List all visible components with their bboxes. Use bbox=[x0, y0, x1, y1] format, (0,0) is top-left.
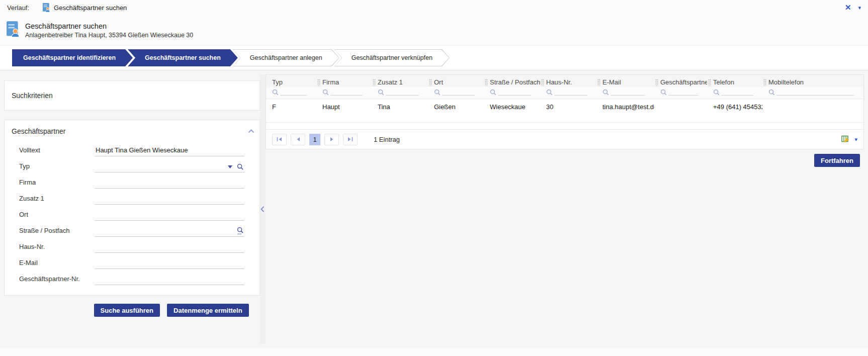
geschaeftspartner-nr-input[interactable] bbox=[95, 273, 244, 285]
field-label: Haus-Nr. bbox=[19, 243, 95, 253]
page-title: Geschäftspartner suchen bbox=[25, 22, 193, 30]
previous-page-button[interactable] bbox=[291, 134, 305, 145]
column-header[interactable]: Geschäftspartner.. bbox=[654, 75, 707, 87]
cell-mobiltelefon bbox=[762, 99, 863, 115]
value-help-search-icon[interactable] bbox=[237, 163, 243, 170]
column-filter-input[interactable] bbox=[442, 87, 475, 96]
filter-search-icon bbox=[272, 89, 279, 96]
search-criteria-panel: Suchkriterien Geschäftspartner Volltext … bbox=[4, 74, 260, 344]
collapse-left-icon bbox=[261, 206, 265, 212]
form-row-zusatz1: Zusatz 1 bbox=[5, 189, 259, 205]
chevron-down-icon[interactable]: ▾ bbox=[854, 136, 857, 143]
form-row-ort: Ort bbox=[5, 205, 259, 221]
cell-zusatz1: Tina bbox=[372, 99, 428, 115]
firma-input[interactable] bbox=[95, 176, 244, 188]
form-row-typ: Typ bbox=[5, 156, 259, 172]
panel-splitter[interactable] bbox=[260, 74, 266, 344]
collapse-section-icon[interactable] bbox=[248, 129, 254, 133]
zusatz1-input[interactable] bbox=[95, 192, 244, 204]
filter-cell bbox=[428, 87, 484, 99]
dropdown-caret-icon[interactable] bbox=[228, 165, 232, 168]
column-filter-input[interactable] bbox=[554, 87, 587, 96]
filter-cell bbox=[596, 87, 654, 99]
filter-cell bbox=[707, 87, 762, 99]
wizard-step-label: Geschäftspartner verknüpfen bbox=[352, 54, 432, 61]
datenmenge-ermitteln-button[interactable]: Datenmenge ermitteln bbox=[167, 304, 249, 317]
column-header[interactable]: E-Mail bbox=[596, 75, 654, 87]
wizard-step-identifizieren[interactable]: Geschäftspartner identifizieren bbox=[12, 49, 133, 66]
column-filter-input[interactable] bbox=[330, 87, 363, 96]
chevron-down-icon[interactable]: ▾ bbox=[858, 5, 861, 11]
suche-ausfuehren-button[interactable]: Suche ausführen bbox=[94, 304, 160, 317]
filter-cell bbox=[762, 87, 863, 99]
column-header[interactable]: Zusatz 1 bbox=[372, 75, 428, 87]
table-row[interactable]: F Haupt Tina Gießen Wieseckaue 30 tina.h… bbox=[266, 99, 863, 115]
filter-cell bbox=[540, 87, 596, 99]
cell-email: tina.haupt@test.de bbox=[596, 99, 654, 115]
cell-ort: Gießen bbox=[428, 99, 484, 115]
filter-cell bbox=[484, 87, 540, 99]
cell-typ: F bbox=[266, 99, 316, 115]
cell-telefon: +49 (641) 454532... bbox=[707, 99, 762, 115]
history-item-geschaeftspartner-suchen[interactable]: Geschäftspartner suchen bbox=[42, 3, 127, 12]
wizard-bar: Geschäftspartner identifizieren Geschäft… bbox=[0, 45, 868, 70]
suchkriterien-card: Suchkriterien bbox=[4, 80, 260, 111]
wizard-step-suchen[interactable]: Geschäftspartner suchen bbox=[128, 49, 238, 66]
field-label: Geschäftspartner-Nr. bbox=[19, 275, 95, 285]
next-page-button[interactable] bbox=[324, 134, 339, 145]
filter-search-icon bbox=[546, 89, 553, 96]
column-header[interactable]: Mobiltelefon bbox=[762, 75, 863, 87]
form-row-volltext: Volltext bbox=[5, 140, 259, 156]
filter-search-icon bbox=[378, 89, 384, 96]
field-label: Ort bbox=[19, 211, 95, 221]
column-filter-input[interactable] bbox=[721, 87, 753, 96]
field-label: Zusatz 1 bbox=[19, 195, 95, 205]
app-header: Geschäftspartner suchen Anlagenbetreiber… bbox=[0, 15, 868, 45]
table-footer: 1 1 Eintrag ▾ bbox=[266, 129, 863, 149]
wizard-step-anlegen[interactable]: Geschäftspartner anlegen bbox=[233, 49, 339, 66]
filter-search-icon bbox=[434, 89, 441, 96]
geschaeftspartner-card-header: Geschäftspartner bbox=[5, 126, 259, 140]
column-filter-input[interactable] bbox=[611, 87, 645, 96]
table-personalize-icon[interactable] bbox=[841, 135, 850, 144]
column-filter-input[interactable] bbox=[386, 87, 419, 96]
cell-hausnr: 30 bbox=[540, 99, 596, 115]
column-header[interactable]: Straße / Postfach bbox=[484, 75, 540, 87]
filter-search-icon bbox=[322, 89, 329, 96]
column-header[interactable]: Firma bbox=[316, 75, 372, 87]
hausnr-input[interactable] bbox=[95, 240, 244, 252]
page-subtitle: Anlagenbetreiber Tina Haupt, 35394 Gieße… bbox=[25, 32, 193, 39]
strasse-input[interactable] bbox=[95, 224, 244, 236]
column-filter-input[interactable] bbox=[498, 87, 531, 96]
value-help-search-icon[interactable] bbox=[237, 227, 243, 234]
business-partner-book-icon-large bbox=[6, 21, 20, 39]
email-input[interactable] bbox=[95, 256, 244, 269]
current-page-button[interactable]: 1 bbox=[309, 134, 320, 145]
close-icon[interactable]: ✕ bbox=[845, 3, 851, 12]
column-filter-input[interactable] bbox=[280, 87, 307, 96]
volltext-input[interactable] bbox=[95, 144, 244, 156]
field-label: Volltext bbox=[19, 146, 95, 156]
wizard-step-verknuepfen[interactable]: Geschäftspartner verknüpfen bbox=[334, 49, 450, 66]
column-header[interactable]: Haus-Nr. bbox=[540, 75, 596, 87]
last-page-button[interactable] bbox=[343, 134, 358, 145]
ort-input[interactable] bbox=[95, 208, 244, 220]
field-label: Straße / Postfach bbox=[19, 227, 95, 237]
column-header[interactable]: Typ bbox=[266, 75, 316, 87]
filter-search-icon bbox=[602, 89, 609, 96]
fortfahren-button[interactable]: Fortfahren bbox=[814, 154, 860, 167]
history-item-label: Geschäftspartner suchen bbox=[54, 4, 127, 12]
history-label: Verlauf: bbox=[7, 4, 29, 12]
filter-search-icon bbox=[490, 89, 496, 96]
column-filter-input[interactable] bbox=[668, 87, 698, 96]
filter-cell bbox=[372, 87, 428, 99]
column-filter-input[interactable] bbox=[776, 87, 854, 96]
column-header[interactable]: Telefon bbox=[707, 75, 762, 87]
form-row-hausnr: Haus-Nr. bbox=[5, 237, 259, 253]
typ-input[interactable] bbox=[95, 160, 244, 172]
entry-count: 1 Eintrag bbox=[374, 136, 400, 143]
first-page-button[interactable] bbox=[272, 134, 287, 145]
column-header[interactable]: Ort bbox=[428, 75, 484, 87]
wizard-step-label: Geschäftspartner identifizieren bbox=[23, 54, 116, 61]
suchkriterien-title: Suchkriterien bbox=[12, 92, 53, 100]
